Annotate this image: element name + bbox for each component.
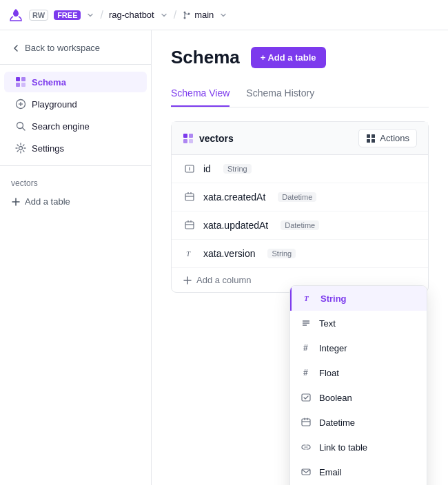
free-badge: FREE (54, 10, 81, 20)
field-row-version: T xata.version String (172, 240, 428, 268)
svg-rect-20 (371, 134, 375, 138)
svg-point-1 (184, 17, 186, 19)
settings-icon (15, 143, 26, 154)
rw-badge: RW (29, 10, 48, 21)
project-chevron-icon (160, 11, 168, 19)
float-icon: # (300, 367, 312, 379)
column-type-dropdown: T String Text # Integer # (289, 285, 427, 485)
updated-at-field-name: xata.updatedAt (203, 220, 268, 231)
add-table-button[interactable]: + Add a table (251, 47, 326, 68)
branch-icon (182, 10, 192, 20)
table-grid-icon (183, 133, 194, 144)
tab-schema-history[interactable]: Schema History (246, 82, 314, 107)
page-title: Schema (171, 47, 240, 68)
dropdown-item-float[interactable]: # Float (290, 360, 427, 385)
svg-rect-15 (183, 134, 187, 138)
link-to-table-icon (300, 441, 312, 453)
datetime-icon (300, 416, 312, 429)
svg-text:T: T (186, 249, 191, 258)
playground-icon (15, 99, 26, 110)
dropdown-item-text[interactable]: Text (290, 311, 427, 336)
svg-rect-18 (189, 139, 193, 143)
table-name-row: vectors (183, 133, 234, 144)
dropdown-item-link-to-table[interactable]: Link to table (290, 435, 427, 460)
field-row-id: id String (172, 155, 428, 183)
nav-sep2: / (174, 9, 176, 21)
svg-text:#: # (303, 368, 308, 378)
logo-icon (8, 8, 23, 23)
svg-rect-3 (16, 77, 20, 81)
svg-point-0 (184, 11, 186, 13)
plus-icon (11, 197, 21, 207)
text-icon (300, 317, 312, 329)
dropdown-item-integer[interactable]: # Integer (290, 336, 427, 360)
nav-sep: / (100, 9, 103, 21)
updated-at-field-icon (183, 218, 196, 232)
schema-card: vectors Actions id Str (171, 121, 429, 293)
tabs-bar: Schema View Schema History (171, 82, 429, 107)
svg-rect-17 (183, 139, 187, 143)
grid-icon (366, 134, 376, 143)
sidebar-item-schema[interactable]: Schema (4, 72, 147, 92)
chevron-down-icon (86, 11, 94, 19)
dropdown-item-string[interactable]: T String (290, 286, 427, 311)
version-field-type: String (267, 249, 296, 258)
svg-text:T: T (304, 294, 309, 302)
created-at-field-type: Datetime (278, 192, 316, 202)
sidebar-item-settings[interactable]: Settings (4, 138, 147, 158)
svg-rect-5 (16, 83, 20, 87)
svg-rect-42 (302, 394, 310, 401)
branch-row[interactable]: main (182, 10, 214, 20)
version-field-name: xata.version (203, 248, 255, 259)
dropdown-item-boolean[interactable]: Boolean (290, 385, 427, 410)
dropdown-item-datetime[interactable]: Datetime (290, 410, 427, 435)
sidebar-section-vectors: vectors (0, 173, 151, 191)
top-nav: RW FREE / rag-chatbot / main (0, 0, 448, 30)
sidebar: Back to workspace Schema Playground (0, 30, 152, 485)
svg-text:#: # (303, 343, 308, 353)
svg-rect-16 (189, 134, 193, 138)
svg-rect-29 (185, 222, 194, 229)
project-name[interactable]: rag-chatbot (109, 10, 154, 20)
boolean-icon (300, 391, 312, 404)
svg-rect-21 (367, 139, 370, 143)
branch-chevron-icon (219, 11, 227, 19)
svg-rect-43 (302, 419, 310, 426)
add-column-plus-icon (183, 276, 192, 285)
string-icon: T (301, 292, 314, 305)
page-header: Schema + Add a table (171, 47, 429, 68)
svg-rect-4 (21, 77, 26, 81)
branch-name: main (194, 10, 214, 20)
svg-rect-22 (371, 139, 375, 143)
sidebar-item-search-engine[interactable]: Search engine (4, 116, 147, 136)
sidebar-item-playground[interactable]: Playground (4, 94, 147, 114)
svg-rect-25 (185, 194, 194, 200)
field-row-updated-at: xata.updatedAt Datetime (172, 211, 428, 240)
schema-icon (15, 76, 26, 87)
version-field-icon: T (183, 247, 196, 260)
sidebar-divider (0, 64, 151, 65)
dropdown-item-email[interactable]: Email (290, 460, 427, 484)
email-icon (300, 466, 312, 478)
id-field-type: String (223, 164, 252, 174)
tab-schema-view[interactable]: Schema View (171, 82, 230, 107)
svg-line-11 (23, 128, 26, 131)
id-field-icon (183, 162, 196, 176)
updated-at-field-type: Datetime (281, 220, 319, 230)
table-name: vectors (199, 133, 234, 144)
created-at-field-name: xata.createdAt (203, 192, 265, 203)
svg-point-12 (19, 147, 23, 150)
search-icon (15, 121, 26, 132)
created-at-field-icon (183, 190, 196, 204)
arrow-left-icon (11, 43, 21, 53)
schema-card-header: vectors Actions (172, 122, 428, 155)
sidebar-section-divider (0, 165, 151, 166)
field-row-created-at: xata.createdAt Datetime (172, 183, 428, 211)
integer-icon: # (300, 342, 312, 354)
back-to-workspace[interactable]: Back to workspace (0, 39, 151, 57)
svg-rect-6 (21, 83, 26, 87)
sidebar-add-table[interactable]: Add a table (0, 192, 151, 211)
actions-button[interactable]: Actions (358, 129, 417, 147)
id-field-name: id (203, 163, 211, 174)
main-content: Schema + Add a table Schema View Schema … (152, 30, 448, 485)
